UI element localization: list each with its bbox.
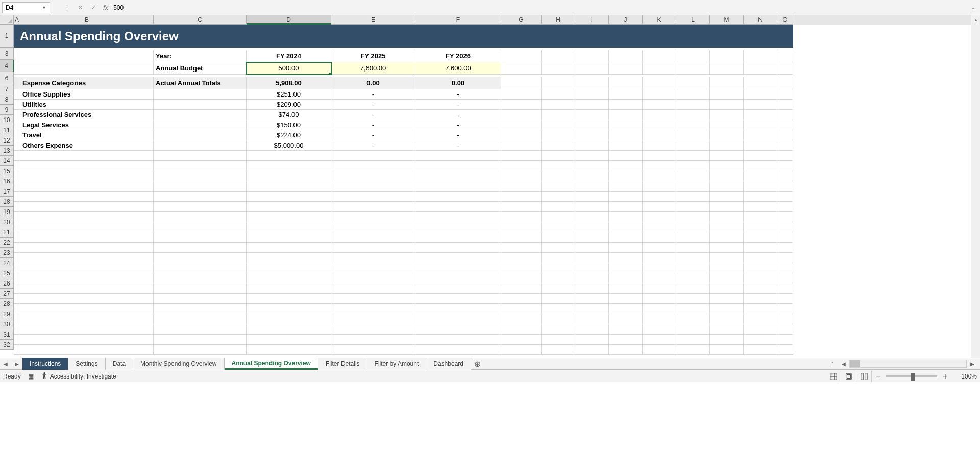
view-normal-button[interactable] bbox=[826, 371, 841, 382]
cell[interactable] bbox=[14, 243, 20, 253]
cell[interactable] bbox=[609, 202, 643, 212]
column-header[interactable]: I bbox=[575, 15, 609, 25]
row-header[interactable]: 14 bbox=[0, 156, 14, 166]
cell[interactable] bbox=[744, 212, 777, 222]
cell[interactable] bbox=[542, 253, 575, 263]
category-value[interactable]: $224.00 bbox=[247, 130, 331, 140]
cell[interactable] bbox=[501, 345, 542, 355]
cell[interactable] bbox=[676, 335, 710, 345]
cell[interactable] bbox=[331, 212, 415, 222]
cell[interactable] bbox=[676, 222, 710, 232]
expand-formula-icon[interactable]: ⌄ bbox=[968, 5, 978, 10]
cell[interactable] bbox=[643, 283, 676, 294]
cell[interactable] bbox=[542, 243, 575, 253]
tab-nav-next-icon[interactable]: ▶ bbox=[11, 358, 22, 369]
cell[interactable] bbox=[575, 243, 609, 253]
cell[interactable] bbox=[575, 77, 609, 89]
cell[interactable] bbox=[744, 171, 777, 181]
cell[interactable] bbox=[501, 171, 542, 181]
cell[interactable] bbox=[609, 62, 643, 75]
cell[interactable] bbox=[643, 161, 676, 171]
cell[interactable] bbox=[14, 161, 20, 171]
zoom-slider-thumb[interactable] bbox=[911, 373, 915, 381]
cell[interactable] bbox=[14, 140, 20, 151]
budget-value[interactable]: 7,600.00 bbox=[415, 62, 501, 75]
cell[interactable] bbox=[710, 77, 744, 89]
cell[interactable] bbox=[710, 345, 744, 355]
cell[interactable] bbox=[14, 100, 20, 110]
view-page-break-button[interactable] bbox=[856, 371, 872, 382]
cell[interactable] bbox=[542, 140, 575, 151]
column-header[interactable]: O bbox=[777, 15, 793, 25]
zoom-slider[interactable] bbox=[886, 375, 937, 377]
cell[interactable] bbox=[777, 294, 793, 304]
cell[interactable] bbox=[14, 62, 20, 75]
cell[interactable] bbox=[575, 222, 609, 232]
cell[interactable] bbox=[744, 304, 777, 314]
cell[interactable] bbox=[575, 62, 609, 75]
cell[interactable] bbox=[247, 283, 331, 294]
cell[interactable] bbox=[609, 324, 643, 335]
cell[interactable] bbox=[331, 202, 415, 212]
cell[interactable] bbox=[710, 263, 744, 273]
formula-input[interactable] bbox=[111, 2, 968, 13]
cell[interactable] bbox=[14, 253, 20, 263]
cell[interactable] bbox=[542, 151, 575, 161]
cell[interactable] bbox=[542, 294, 575, 304]
more-tabs-icon[interactable]: ⋮ bbox=[827, 358, 838, 369]
cell[interactable] bbox=[154, 212, 247, 222]
cell[interactable] bbox=[777, 110, 793, 120]
cell[interactable] bbox=[744, 314, 777, 324]
cell[interactable] bbox=[154, 120, 247, 130]
cell[interactable] bbox=[643, 62, 676, 75]
cell[interactable] bbox=[154, 243, 247, 253]
cell[interactable] bbox=[331, 304, 415, 314]
cell[interactable] bbox=[676, 130, 710, 140]
cell[interactable] bbox=[20, 294, 154, 304]
cell[interactable] bbox=[676, 110, 710, 120]
cell[interactable] bbox=[744, 140, 777, 151]
cell[interactable] bbox=[542, 110, 575, 120]
cell[interactable] bbox=[643, 151, 676, 161]
cell[interactable] bbox=[744, 192, 777, 202]
cell[interactable] bbox=[643, 263, 676, 273]
row-header[interactable]: 12 bbox=[0, 135, 14, 146]
cell[interactable] bbox=[744, 232, 777, 243]
cell[interactable] bbox=[575, 89, 609, 100]
cell[interactable] bbox=[247, 192, 331, 202]
cell[interactable] bbox=[14, 273, 20, 283]
cell[interactable] bbox=[643, 110, 676, 120]
cell[interactable] bbox=[710, 273, 744, 283]
cell[interactable] bbox=[154, 283, 247, 294]
cell[interactable] bbox=[154, 314, 247, 324]
row-header[interactable]: 25 bbox=[0, 268, 14, 278]
cell[interactable] bbox=[415, 232, 501, 243]
cell[interactable] bbox=[676, 151, 710, 161]
cell[interactable] bbox=[609, 345, 643, 355]
cell[interactable] bbox=[643, 120, 676, 130]
cell[interactable] bbox=[542, 304, 575, 314]
category-value[interactable]: - bbox=[331, 110, 415, 120]
cell[interactable] bbox=[542, 100, 575, 110]
cell[interactable] bbox=[710, 140, 744, 151]
cell[interactable] bbox=[20, 171, 154, 181]
cell[interactable] bbox=[415, 304, 501, 314]
cell[interactable] bbox=[609, 263, 643, 273]
budget-value[interactable]: 7,600.00 bbox=[331, 62, 415, 75]
cell[interactable] bbox=[676, 77, 710, 89]
cell[interactable] bbox=[542, 161, 575, 171]
cell[interactable] bbox=[676, 273, 710, 283]
row-header[interactable]: 10 bbox=[0, 115, 14, 125]
cell[interactable] bbox=[676, 253, 710, 263]
cell[interactable] bbox=[676, 100, 710, 110]
sheet-tab[interactable]: Monthly Spending Overview bbox=[133, 358, 224, 370]
row-header[interactable]: 27 bbox=[0, 289, 14, 299]
cell[interactable] bbox=[609, 273, 643, 283]
row-header[interactable]: 28 bbox=[0, 299, 14, 309]
cell[interactable] bbox=[501, 62, 542, 75]
cell[interactable] bbox=[542, 130, 575, 140]
cell[interactable] bbox=[575, 50, 609, 62]
cell[interactable] bbox=[643, 212, 676, 222]
cell[interactable] bbox=[777, 273, 793, 283]
add-sheet-button[interactable]: ⊕ bbox=[471, 359, 484, 369]
